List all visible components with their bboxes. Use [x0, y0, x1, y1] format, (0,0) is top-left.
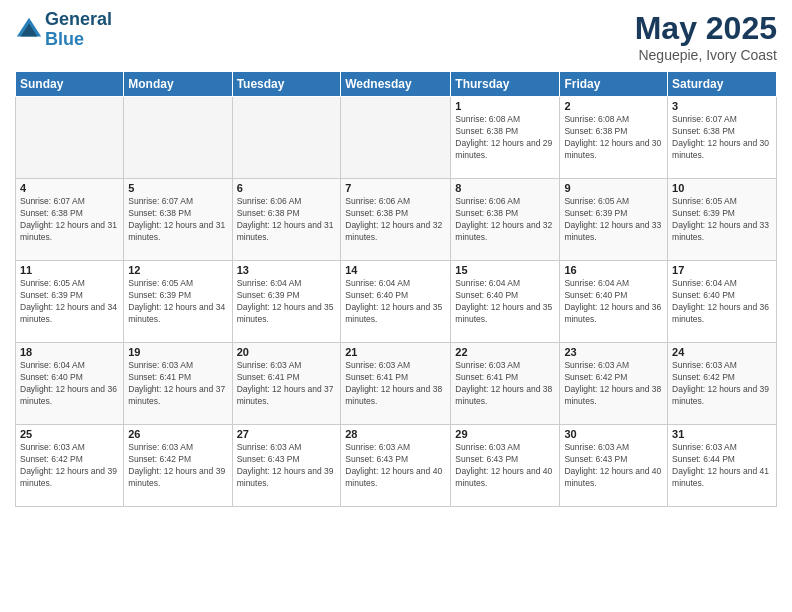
day-number: 12 [128, 264, 227, 276]
calendar-week-3: 11Sunrise: 6:05 AM Sunset: 6:39 PM Dayli… [16, 261, 777, 343]
day-number: 2 [564, 100, 663, 112]
calendar-cell: 13Sunrise: 6:04 AM Sunset: 6:39 PM Dayli… [232, 261, 341, 343]
day-info: Sunrise: 6:03 AM Sunset: 6:42 PM Dayligh… [564, 360, 663, 408]
calendar-cell: 18Sunrise: 6:04 AM Sunset: 6:40 PM Dayli… [16, 343, 124, 425]
day-number: 17 [672, 264, 772, 276]
day-number: 31 [672, 428, 772, 440]
col-tuesday: Tuesday [232, 72, 341, 97]
day-info: Sunrise: 6:03 AM Sunset: 6:41 PM Dayligh… [455, 360, 555, 408]
day-info: Sunrise: 6:05 AM Sunset: 6:39 PM Dayligh… [564, 196, 663, 244]
day-info: Sunrise: 6:05 AM Sunset: 6:39 PM Dayligh… [20, 278, 119, 326]
calendar-cell: 16Sunrise: 6:04 AM Sunset: 6:40 PM Dayli… [560, 261, 668, 343]
day-number: 22 [455, 346, 555, 358]
day-info: Sunrise: 6:04 AM Sunset: 6:40 PM Dayligh… [672, 278, 772, 326]
calendar-cell: 7Sunrise: 6:06 AM Sunset: 6:38 PM Daylig… [341, 179, 451, 261]
day-info: Sunrise: 6:06 AM Sunset: 6:38 PM Dayligh… [237, 196, 337, 244]
calendar-cell [232, 97, 341, 179]
calendar-cell: 31Sunrise: 6:03 AM Sunset: 6:44 PM Dayli… [668, 425, 777, 507]
day-info: Sunrise: 6:08 AM Sunset: 6:38 PM Dayligh… [564, 114, 663, 162]
calendar-cell: 1Sunrise: 6:08 AM Sunset: 6:38 PM Daylig… [451, 97, 560, 179]
day-info: Sunrise: 6:03 AM Sunset: 6:42 PM Dayligh… [128, 442, 227, 490]
calendar-cell: 15Sunrise: 6:04 AM Sunset: 6:40 PM Dayli… [451, 261, 560, 343]
day-info: Sunrise: 6:03 AM Sunset: 6:43 PM Dayligh… [345, 442, 446, 490]
day-info: Sunrise: 6:07 AM Sunset: 6:38 PM Dayligh… [128, 196, 227, 244]
calendar-header: Sunday Monday Tuesday Wednesday Thursday… [16, 72, 777, 97]
calendar-cell: 9Sunrise: 6:05 AM Sunset: 6:39 PM Daylig… [560, 179, 668, 261]
day-info: Sunrise: 6:03 AM Sunset: 6:43 PM Dayligh… [455, 442, 555, 490]
day-info: Sunrise: 6:03 AM Sunset: 6:41 PM Dayligh… [345, 360, 446, 408]
day-number: 3 [672, 100, 772, 112]
day-info: Sunrise: 6:03 AM Sunset: 6:42 PM Dayligh… [672, 360, 772, 408]
day-info: Sunrise: 6:04 AM Sunset: 6:40 PM Dayligh… [455, 278, 555, 326]
calendar-cell: 5Sunrise: 6:07 AM Sunset: 6:38 PM Daylig… [124, 179, 232, 261]
calendar: Sunday Monday Tuesday Wednesday Thursday… [15, 71, 777, 507]
day-number: 18 [20, 346, 119, 358]
weekday-header-row: Sunday Monday Tuesday Wednesday Thursday… [16, 72, 777, 97]
day-number: 27 [237, 428, 337, 440]
day-info: Sunrise: 6:06 AM Sunset: 6:38 PM Dayligh… [345, 196, 446, 244]
day-number: 1 [455, 100, 555, 112]
day-number: 9 [564, 182, 663, 194]
day-info: Sunrise: 6:05 AM Sunset: 6:39 PM Dayligh… [672, 196, 772, 244]
day-number: 16 [564, 264, 663, 276]
subtitle: Neguepie, Ivory Coast [635, 47, 777, 63]
day-number: 26 [128, 428, 227, 440]
col-sunday: Sunday [16, 72, 124, 97]
calendar-cell [16, 97, 124, 179]
logo-text: General Blue [45, 10, 112, 50]
day-info: Sunrise: 6:04 AM Sunset: 6:39 PM Dayligh… [237, 278, 337, 326]
title-area: May 2025 Neguepie, Ivory Coast [635, 10, 777, 63]
col-wednesday: Wednesday [341, 72, 451, 97]
day-number: 21 [345, 346, 446, 358]
day-info: Sunrise: 6:03 AM Sunset: 6:41 PM Dayligh… [237, 360, 337, 408]
calendar-cell [124, 97, 232, 179]
calendar-cell: 23Sunrise: 6:03 AM Sunset: 6:42 PM Dayli… [560, 343, 668, 425]
calendar-cell: 14Sunrise: 6:04 AM Sunset: 6:40 PM Dayli… [341, 261, 451, 343]
calendar-week-1: 1Sunrise: 6:08 AM Sunset: 6:38 PM Daylig… [16, 97, 777, 179]
calendar-cell: 26Sunrise: 6:03 AM Sunset: 6:42 PM Dayli… [124, 425, 232, 507]
calendar-cell: 20Sunrise: 6:03 AM Sunset: 6:41 PM Dayli… [232, 343, 341, 425]
day-info: Sunrise: 6:03 AM Sunset: 6:41 PM Dayligh… [128, 360, 227, 408]
calendar-cell: 30Sunrise: 6:03 AM Sunset: 6:43 PM Dayli… [560, 425, 668, 507]
calendar-cell: 21Sunrise: 6:03 AM Sunset: 6:41 PM Dayli… [341, 343, 451, 425]
calendar-week-4: 18Sunrise: 6:04 AM Sunset: 6:40 PM Dayli… [16, 343, 777, 425]
main-title: May 2025 [635, 10, 777, 47]
calendar-cell: 28Sunrise: 6:03 AM Sunset: 6:43 PM Dayli… [341, 425, 451, 507]
day-info: Sunrise: 6:07 AM Sunset: 6:38 PM Dayligh… [20, 196, 119, 244]
col-thursday: Thursday [451, 72, 560, 97]
day-number: 28 [345, 428, 446, 440]
day-number: 5 [128, 182, 227, 194]
day-number: 25 [20, 428, 119, 440]
day-info: Sunrise: 6:06 AM Sunset: 6:38 PM Dayligh… [455, 196, 555, 244]
day-info: Sunrise: 6:05 AM Sunset: 6:39 PM Dayligh… [128, 278, 227, 326]
logo-icon [15, 16, 43, 44]
calendar-cell: 24Sunrise: 6:03 AM Sunset: 6:42 PM Dayli… [668, 343, 777, 425]
calendar-cell: 19Sunrise: 6:03 AM Sunset: 6:41 PM Dayli… [124, 343, 232, 425]
calendar-cell: 12Sunrise: 6:05 AM Sunset: 6:39 PM Dayli… [124, 261, 232, 343]
calendar-cell: 22Sunrise: 6:03 AM Sunset: 6:41 PM Dayli… [451, 343, 560, 425]
calendar-cell: 3Sunrise: 6:07 AM Sunset: 6:38 PM Daylig… [668, 97, 777, 179]
header: General Blue May 2025 Neguepie, Ivory Co… [15, 10, 777, 63]
day-info: Sunrise: 6:03 AM Sunset: 6:43 PM Dayligh… [564, 442, 663, 490]
day-number: 24 [672, 346, 772, 358]
day-info: Sunrise: 6:04 AM Sunset: 6:40 PM Dayligh… [345, 278, 446, 326]
calendar-cell: 25Sunrise: 6:03 AM Sunset: 6:42 PM Dayli… [16, 425, 124, 507]
calendar-cell [341, 97, 451, 179]
day-info: Sunrise: 6:08 AM Sunset: 6:38 PM Dayligh… [455, 114, 555, 162]
calendar-cell: 2Sunrise: 6:08 AM Sunset: 6:38 PM Daylig… [560, 97, 668, 179]
day-number: 19 [128, 346, 227, 358]
calendar-cell: 29Sunrise: 6:03 AM Sunset: 6:43 PM Dayli… [451, 425, 560, 507]
day-number: 23 [564, 346, 663, 358]
day-number: 15 [455, 264, 555, 276]
calendar-cell: 8Sunrise: 6:06 AM Sunset: 6:38 PM Daylig… [451, 179, 560, 261]
day-number: 8 [455, 182, 555, 194]
calendar-week-5: 25Sunrise: 6:03 AM Sunset: 6:42 PM Dayli… [16, 425, 777, 507]
day-number: 4 [20, 182, 119, 194]
day-number: 14 [345, 264, 446, 276]
calendar-cell: 6Sunrise: 6:06 AM Sunset: 6:38 PM Daylig… [232, 179, 341, 261]
logo-line2: Blue [45, 30, 112, 50]
calendar-cell: 4Sunrise: 6:07 AM Sunset: 6:38 PM Daylig… [16, 179, 124, 261]
day-number: 11 [20, 264, 119, 276]
calendar-week-2: 4Sunrise: 6:07 AM Sunset: 6:38 PM Daylig… [16, 179, 777, 261]
calendar-cell: 17Sunrise: 6:04 AM Sunset: 6:40 PM Dayli… [668, 261, 777, 343]
